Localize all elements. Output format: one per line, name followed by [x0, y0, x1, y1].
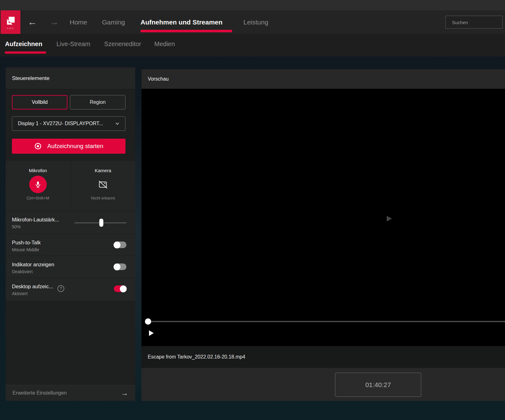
amd-logo-text: AMD [7, 27, 14, 30]
tab-medien[interactable]: Medien [154, 34, 175, 54]
preview-title: Vorschau [148, 76, 169, 82]
tab-aufzeichnen[interactable]: Aufzeichnen [5, 34, 42, 54]
forward-arrow-icon[interactable]: → [48, 16, 61, 28]
controls-panel: Steuerelemente Vollbild Region Display 1… [6, 67, 135, 401]
filename-row: Escape from Tarkov_2022.02.16-20.18.mp4 [141, 346, 505, 368]
preview-panel-header: Vorschau [141, 69, 505, 89]
push-to-talk-row: Push-to-Talk Mouse Middle [6, 234, 135, 256]
tab-szeneneditor[interactable]: Szeneneditor [104, 34, 141, 54]
fullscreen-mode-button[interactable]: Vollbild [12, 95, 67, 109]
device-cells: Mikrofon Ctrl+Shift+M Kamera [6, 161, 135, 211]
camera-cell: Kamera Nicht erkannt [71, 161, 136, 211]
display-select-value: Display 1 - XV272U- DISPLAYPORT... [18, 121, 114, 126]
video-filename: Escape from Tarkov_2022.02.16-20.18.mp4 [148, 354, 245, 360]
arrow-right-icon: → [121, 389, 128, 397]
toggle-knob [114, 242, 120, 248]
slider-handle[interactable] [99, 219, 104, 227]
toggle-knob [114, 263, 120, 270]
help-icon[interactable]: ? [57, 285, 64, 292]
advanced-settings-link[interactable]: Erweiterte Einstellungen → [6, 385, 135, 401]
mic-volume-value: 50% [12, 224, 21, 229]
start-recording-label: Aufzeichnung starten [47, 143, 104, 150]
chevron-down-icon [114, 120, 121, 127]
active-tab-underline [5, 51, 46, 54]
indicator-toggle[interactable] [114, 263, 126, 270]
search-box [445, 16, 502, 29]
nav-item-performance[interactable]: Leistung [243, 10, 268, 34]
desktop-record-toggle[interactable] [114, 285, 126, 292]
push-to-talk-binding: Mouse Middle [12, 247, 39, 252]
advanced-settings-label: Erweiterte Einstellungen [13, 390, 121, 396]
mic-volume-slider[interactable] [74, 222, 126, 223]
search-input[interactable] [446, 16, 505, 29]
title-strip [0, 0, 505, 10]
preview-bottom-bar [141, 368, 505, 401]
duration-display[interactable]: 01:40:27 [335, 373, 421, 397]
mic-volume-label: Mikrofon-Lautstärk... [12, 217, 59, 223]
nav-item-gaming[interactable]: Gaming [102, 10, 125, 34]
push-to-talk-label: Push-to-Talk [12, 240, 41, 246]
camera-status: Nicht erkannt [91, 196, 115, 200]
desktop-record-label: Desktop aufzeic...? [12, 284, 64, 292]
indicator-row: Indikator anzeigen Deaktiviert [6, 256, 135, 278]
push-to-talk-toggle[interactable] [114, 242, 126, 248]
microphone-cell: Mikrofon Ctrl+Shift+M [6, 161, 70, 211]
desktop-record-status: Aktiviert [12, 291, 28, 296]
nav-item-home[interactable]: Home [70, 10, 87, 34]
seek-bar[interactable] [148, 321, 505, 322]
camera-off-icon [98, 179, 108, 190]
seek-handle[interactable] [145, 318, 151, 325]
start-recording-button[interactable]: Aufzeichnung starten [12, 139, 125, 154]
back-arrow-icon[interactable]: ← [26, 16, 39, 28]
video-preview-area[interactable] [141, 89, 505, 346]
toggle-knob [120, 285, 127, 292]
controls-panel-title: Steuerelemente [6, 67, 135, 89]
mic-volume-row: Mikrofon-Lautstärk... 50% [6, 211, 135, 234]
display-select-dropdown[interactable]: Display 1 - XV272U- DISPLAYPORT... [12, 116, 125, 131]
desktop-record-row: Desktop aufzeic...? Aktiviert [6, 278, 135, 301]
center-play-icon[interactable] [387, 216, 392, 221]
camera-label: Kamera [95, 168, 111, 173]
play-button[interactable] [149, 330, 154, 336]
tab-live-stream[interactable]: Live-Stream [56, 34, 90, 54]
record-icon [34, 142, 42, 150]
indicator-label: Indikator anzeigen [12, 262, 54, 268]
microphone-label: Mikrofon [29, 168, 47, 173]
amd-arrow-icon [5, 15, 16, 26]
indicator-status: Deaktiviert [12, 269, 33, 274]
microphone-icon [34, 181, 42, 188]
microphone-hotkey: Ctrl+Shift+M [27, 196, 49, 200]
region-mode-button[interactable]: Region [70, 95, 125, 109]
amd-logo[interactable]: AMD [1, 10, 20, 35]
active-nav-underline [141, 30, 232, 32]
microphone-mute-button[interactable] [29, 176, 47, 193]
